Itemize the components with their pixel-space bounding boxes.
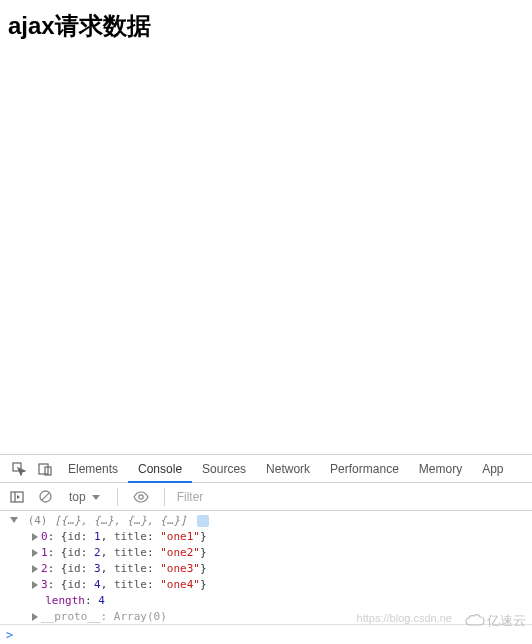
divider: [117, 488, 118, 506]
tab-console[interactable]: Console: [128, 455, 192, 483]
array-item[interactable]: 1: {id: 2, title: "one2"}: [20, 545, 532, 561]
expand-right-icon[interactable]: [32, 549, 38, 557]
page-title: ajax请求数据: [8, 10, 524, 42]
devtools-tabs: Elements Console Sources Network Perform…: [0, 455, 532, 483]
prompt-icon: >: [6, 628, 13, 642]
array-item[interactable]: 2: {id: 3, title: "one3"}: [20, 561, 532, 577]
array-item[interactable]: 3: {id: 4, title: "one4"}: [20, 577, 532, 593]
inspect-icon[interactable]: [6, 462, 32, 476]
expand-right-icon[interactable]: [32, 533, 38, 541]
eye-icon[interactable]: [130, 491, 152, 503]
expand-right-icon[interactable]: [32, 581, 38, 589]
array-proto[interactable]: __proto__: Array(0): [20, 609, 532, 625]
context-select[interactable]: top: [62, 487, 105, 507]
tab-performance[interactable]: Performance: [320, 455, 409, 483]
divider: [164, 488, 165, 506]
array-summary[interactable]: (4) [{…}, {…}, {…}, {…}]: [20, 513, 532, 529]
array-item[interactable]: 0: {id: 1, title: "one1"}: [20, 529, 532, 545]
page-content: ajax请求数据: [0, 0, 532, 454]
svg-point-7: [138, 494, 142, 498]
tab-application[interactable]: App: [472, 455, 513, 483]
expand-right-icon[interactable]: [32, 613, 38, 621]
filter-input[interactable]: [177, 490, 297, 504]
watermark-url: https://blog.csdn.ne: [357, 612, 452, 624]
devtools-panel: Elements Console Sources Network Perform…: [0, 454, 532, 644]
device-icon[interactable]: [32, 462, 58, 476]
clear-icon[interactable]: [34, 490, 56, 503]
info-icon[interactable]: [197, 515, 209, 527]
console-output: (4) [{…}, {…}, {…}, {…}] 0: {id: 1, titl…: [0, 511, 532, 627]
watermark-logo: 亿速云: [465, 612, 526, 630]
console-toolbar: top: [0, 483, 532, 511]
array-length: length: 4: [20, 593, 532, 609]
tab-memory[interactable]: Memory: [409, 455, 472, 483]
sidebar-toggle-icon[interactable]: [6, 491, 28, 503]
svg-line-6: [41, 493, 49, 501]
tab-elements[interactable]: Elements: [58, 455, 128, 483]
svg-rect-1: [39, 464, 48, 474]
expand-down-icon[interactable]: [10, 517, 18, 523]
tab-sources[interactable]: Sources: [192, 455, 256, 483]
tab-network[interactable]: Network: [256, 455, 320, 483]
console-prompt[interactable]: >: [0, 624, 532, 644]
expand-right-icon[interactable]: [32, 565, 38, 573]
